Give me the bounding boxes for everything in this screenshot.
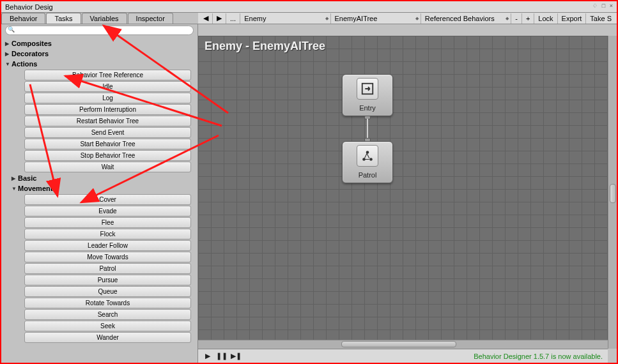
chevron-right-icon: ▶ [5,41,12,47]
chevron-right-icon: ▶ [12,176,18,181]
node-entry[interactable]: Entry [342,74,393,116]
svg-point-3 [366,151,369,154]
task-item[interactable]: Seek [24,321,191,331]
chevron-down-icon: ▼ [5,61,12,67]
scrollbar-thumb[interactable] [610,184,616,203]
playback-row: ▶ ❚❚ ▶❚ Behavior Designer 1.5.7 is now a… [198,349,608,363]
toolbar: ◀ ▶ ... Enemy EnemyAITree Referenced Beh… [198,13,617,24]
chevron-down-icon: ▼ [12,186,18,192]
node-label: Patrol [343,170,392,183]
tab-behavior[interactable]: Behavior [1,13,45,24]
task-item[interactable]: Behavior Tree Reference [24,70,191,80]
vertical-scrollbar[interactable] [608,36,617,349]
window-controls[interactable]: ♢ □ × [592,3,614,9]
node-label: Entry [343,103,392,116]
group-actions[interactable]: ▼Actions [5,59,194,69]
node-patrol[interactable]: Patrol [342,141,393,183]
nav-next-button[interactable]: ▶ [213,13,226,24]
task-item[interactable]: Flock [24,229,191,239]
task-item[interactable]: Stop Behavior Tree [24,150,191,161]
group-composites[interactable]: ▶Composites [5,38,194,49]
task-item[interactable]: Send Event [24,127,191,138]
step-button[interactable]: ▶❚ [229,351,243,362]
pause-button[interactable]: ❚❚ [215,351,229,362]
task-tree: ▶Composites ▶Decorators ▼Actions Behavio… [1,37,197,363]
canvas-title: Enemy - EnemyAITree [205,40,325,53]
input-port[interactable] [364,138,371,142]
task-item[interactable]: Wait [24,162,191,172]
plus-button[interactable]: + [522,13,534,24]
window-titlebar: Behavior Desig ♢ □ × [1,1,617,13]
svg-point-2 [369,158,373,161]
chevron-right-icon: ▶ [5,51,12,57]
window-title: Behavior Desig [5,3,53,11]
tree-dropdown[interactable]: EnemyAITree [331,13,421,24]
group-movement[interactable]: ▼Movement [5,183,194,193]
task-item[interactable]: Search [24,309,191,320]
task-item[interactable]: Perform Interruption [24,104,191,115]
play-button[interactable]: ▶ [201,351,215,362]
task-item[interactable]: Start Behavior Tree [24,139,191,149]
status-text: Behavior Designer 1.5.7 is now available… [474,353,603,360]
entry-icon [357,78,378,100]
task-item[interactable]: Restart Behavior Tree [24,116,191,126]
task-item[interactable]: Rotate Towards [24,298,191,308]
export-button[interactable]: Export [558,13,587,24]
task-item[interactable]: Log [24,93,191,103]
lock-button[interactable]: Lock [534,13,557,24]
task-item[interactable]: Flee [24,217,191,228]
task-item[interactable]: Move Towards [24,252,191,262]
task-item[interactable]: Leader Follow [24,240,191,251]
patrol-icon [357,145,378,167]
nav-more-button[interactable]: ... [226,13,240,24]
minus-button[interactable]: - [511,13,522,24]
nav-prev-button[interactable]: ◀ [199,13,213,24]
task-item[interactable]: Queue [24,286,191,297]
search-input[interactable] [5,26,194,35]
scrollbar-thumb[interactable] [341,341,456,347]
group-basic[interactable]: ▶Basic [5,173,194,183]
canvas-area: Enemy - EnemyAITree Entry Patrol [198,24,617,363]
horizontal-scrollbar[interactable] [198,340,608,349]
tab-inspector[interactable]: Inspector [128,13,173,24]
group-decorators[interactable]: ▶Decorators [5,49,194,59]
task-item[interactable]: Wander [24,332,191,343]
tab-variables[interactable]: Variables [82,13,127,24]
sidebar: ▶Composites ▶Decorators ▼Actions Behavio… [1,24,198,363]
target-dropdown[interactable]: Enemy [240,13,330,24]
graph-canvas[interactable]: Enemy - EnemyAITree Entry Patrol [198,36,608,340]
task-item[interactable]: Evade [24,206,191,216]
task-item[interactable]: Idle [24,81,191,92]
referenced-dropdown[interactable]: Referenced Behaviors [421,13,511,24]
tab-tasks[interactable]: Tasks [46,13,81,24]
screenshot-button[interactable]: Take S [586,13,615,24]
task-item[interactable]: Patrol [24,263,191,274]
search-wrap [1,24,197,37]
task-item[interactable]: Cover [24,194,191,205]
task-item[interactable]: Pursue [24,275,191,285]
